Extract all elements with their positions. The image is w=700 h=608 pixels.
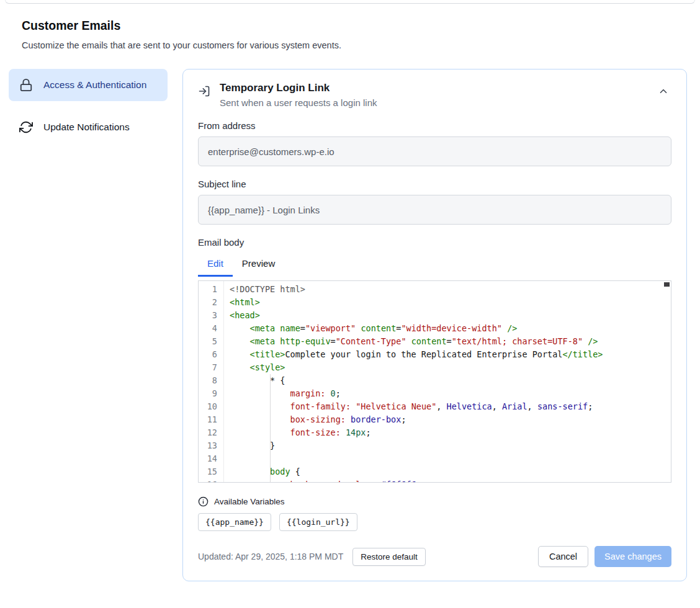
line-number: 9: [199, 387, 223, 400]
line-number: 16: [199, 478, 223, 483]
available-variables-row: Available Variables: [198, 496, 671, 507]
top-card-edge: [5, 0, 695, 4]
page-header: Customer Emails Customize the emails tha…: [22, 19, 678, 50]
page-title: Customer Emails: [22, 19, 678, 33]
line-number: 6: [199, 348, 223, 361]
login-arrow-icon: [198, 85, 210, 97]
save-changes-button[interactable]: Save changes: [595, 546, 671, 567]
card-header-text: Temporary Login Link Sent when a user re…: [220, 82, 377, 108]
code-line[interactable]: 7 <style>: [199, 361, 671, 374]
from-address-input[interactable]: [198, 136, 671, 166]
variable-chip-app-name[interactable]: {{app_name}}: [198, 513, 271, 531]
line-number: 11: [199, 413, 223, 426]
collapse-button[interactable]: [655, 83, 671, 101]
line-number: 10: [199, 400, 223, 413]
temporary-login-link-card: Temporary Login Link Sent when a user re…: [182, 69, 687, 581]
line-number: 15: [199, 465, 223, 478]
email-types-sidebar: Access & Authentication Update Notificat…: [9, 69, 168, 143]
refresh-icon: [19, 120, 33, 134]
indent-guide: [270, 374, 271, 482]
code-editor[interactable]: 1<!DOCTYPE html>2<html>3<head>4 <meta na…: [198, 280, 671, 483]
variable-chip-login-url[interactable]: {{login_url}}: [279, 513, 357, 531]
tab-edit[interactable]: Edit: [198, 254, 233, 277]
line-number: 1: [199, 283, 223, 296]
main-content: Access & Authentication Update Notificat…: [9, 69, 687, 581]
from-address-label: From address: [198, 120, 671, 131]
code-line[interactable]: 6 <title>Complete your login to the Repl…: [199, 348, 671, 361]
footer-actions: Cancel Save changes: [538, 546, 671, 567]
line-number: 13: [199, 439, 223, 452]
code-line[interactable]: 4 <meta name="viewport" content="width=d…: [199, 322, 671, 335]
card-subtitle: Sent when a user requests a login link: [220, 97, 377, 108]
cancel-button[interactable]: Cancel: [538, 546, 588, 567]
tab-preview[interactable]: Preview: [233, 254, 284, 277]
line-number: 2: [199, 296, 223, 309]
sidebar-item-access-authentication[interactable]: Access & Authentication: [9, 69, 168, 101]
line-number: 3: [199, 309, 223, 322]
sidebar-item-label: Update Notifications: [43, 120, 130, 135]
line-number: 14: [199, 452, 223, 465]
variable-chips: {{app_name}} {{login_url}}: [198, 513, 671, 531]
code-line[interactable]: 3<head>: [199, 309, 671, 322]
sidebar-item-update-notifications[interactable]: Update Notifications: [9, 111, 168, 143]
chevron-up-icon: [658, 89, 669, 99]
email-body-label: Email body: [198, 237, 671, 248]
restore-default-button[interactable]: Restore default: [352, 548, 426, 566]
page-subtitle: Customize the emails that are sent to yo…: [22, 40, 678, 50]
line-number: 8: [199, 374, 223, 387]
available-variables-label: Available Variables: [214, 497, 285, 506]
info-icon[interactable]: [198, 496, 209, 507]
card-footer: Updated: Apr 29, 2025, 1:18 PM MDT Resto…: [198, 546, 671, 567]
sidebar-item-label: Access & Authentication: [43, 78, 146, 92]
code-line[interactable]: 5 <meta http-equiv="Content-Type" conten…: [199, 335, 671, 348]
line-number: 4: [199, 322, 223, 335]
subject-line-input[interactable]: [198, 195, 671, 225]
code-line[interactable]: 1<!DOCTYPE html>: [199, 283, 671, 296]
card-title: Temporary Login Link: [220, 82, 377, 94]
lock-icon: [19, 78, 33, 92]
card-header: Temporary Login Link Sent when a user re…: [198, 82, 671, 108]
line-number: 12: [199, 426, 223, 439]
line-number: 5: [199, 335, 223, 348]
line-number: 7: [199, 361, 223, 374]
editor-tabs: Edit Preview: [198, 254, 671, 277]
editor-scrollbar[interactable]: [664, 282, 670, 287]
code-line[interactable]: 2<html>: [199, 296, 671, 309]
subject-line-label: Subject line: [198, 179, 671, 189]
updated-timestamp: Updated: Apr 29, 2025, 1:18 PM MDT: [198, 552, 343, 561]
